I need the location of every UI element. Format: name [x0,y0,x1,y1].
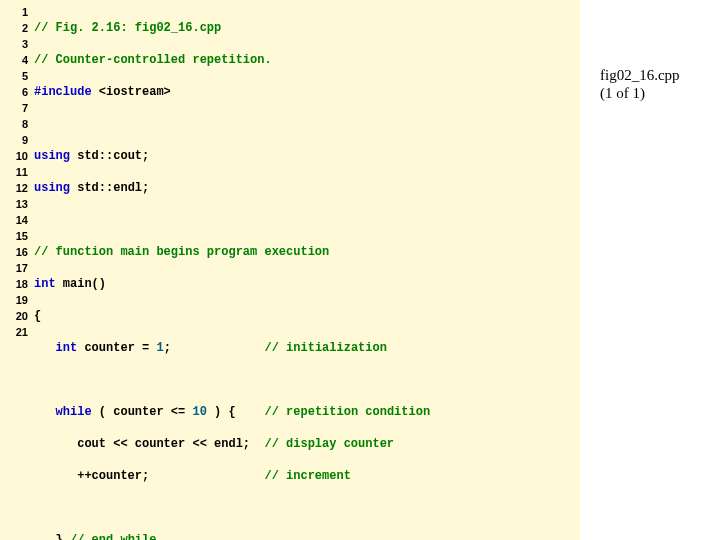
code-text: <iostream> [99,85,171,99]
line-number: 8 [0,116,28,132]
code-text [34,341,56,355]
code-line: cout << counter << endl; // display coun… [34,436,580,452]
code-line [34,116,580,132]
line-number: 17 [0,260,28,276]
line-number: 1 [0,4,28,20]
code-line: int counter = 1; // initialization [34,340,580,356]
comment: // function main begins program executio… [34,245,329,259]
comment: // increment [264,469,350,483]
line-number: 6 [0,84,28,100]
code-line [34,500,580,516]
keyword: while [56,405,92,419]
code-line: using std::cout; [34,148,580,164]
line-number: 13 [0,196,28,212]
comment: // Counter-controlled repetition. [34,53,272,67]
code-line: int main() [34,276,580,292]
side-label: fig02_16.cpp (1 of 1) [600,66,680,102]
code-text: ++counter; [34,469,264,483]
line-number: 5 [0,68,28,84]
code-line: while ( counter <= 10 ) { // repetition … [34,404,580,420]
line-number: 18 [0,276,28,292]
code-text: std::cout; [77,149,149,163]
keyword: using [34,181,77,195]
code-text: counter = [77,341,156,355]
code-text: ; [164,341,265,355]
keyword: int [34,277,56,291]
line-number: 11 [0,164,28,180]
code-line [34,212,580,228]
line-number: 3 [0,36,28,52]
code-line: } // end while [34,532,580,540]
code-text [34,405,56,419]
code-text: { [34,309,41,323]
code-line: ++counter; // increment [34,468,580,484]
page-label: (1 of 1) [600,84,680,102]
preprocessor: #include [34,85,99,99]
line-number: 10 [0,148,28,164]
code-text: ) { [207,405,265,419]
line-number: 4 [0,52,28,68]
code-line: // Fig. 2.16: fig02_16.cpp [34,20,580,36]
line-number: 20 [0,308,28,324]
comment: // repetition condition [264,405,430,419]
code-line: // Counter-controlled repetition. [34,52,580,68]
line-number: 7 [0,100,28,116]
code-line: #include <iostream> [34,84,580,100]
comment: // initialization [264,341,386,355]
comment: // end while [70,533,156,540]
line-number: 2 [0,20,28,36]
code-panel: 1 2 3 4 5 6 7 8 9 10 11 12 13 14 15 16 1… [0,0,580,540]
code-text: cout << counter << endl; [34,437,264,451]
comment: // Fig. 2.16: fig02_16.cpp [34,21,221,35]
code-text: } [34,533,70,540]
keyword: int [56,341,78,355]
filename-label: fig02_16.cpp [600,66,680,84]
line-number: 15 [0,228,28,244]
code-line: { [34,308,580,324]
line-number: 14 [0,212,28,228]
keyword: using [34,149,77,163]
line-number-gutter: 1 2 3 4 5 6 7 8 9 10 11 12 13 14 15 16 1… [0,4,34,540]
line-number: 16 [0,244,28,260]
line-number: 12 [0,180,28,196]
code-text: ( counter <= [92,405,193,419]
code-line [34,372,580,388]
line-number: 19 [0,292,28,308]
line-number: 21 [0,324,28,340]
literal: 1 [156,341,163,355]
literal: 10 [192,405,206,419]
code-line: // function main begins program executio… [34,244,580,260]
line-number: 9 [0,132,28,148]
code-text: std::endl; [77,181,149,195]
code-text: main() [56,277,106,291]
code-line: using std::endl; [34,180,580,196]
code-area: // Fig. 2.16: fig02_16.cpp // Counter-co… [34,4,580,540]
comment: // display counter [264,437,394,451]
